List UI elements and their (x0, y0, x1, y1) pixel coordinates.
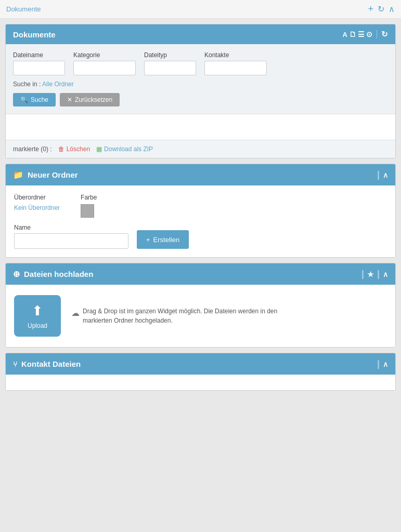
farbe-section: Farbe (81, 194, 97, 218)
header-separator: | (377, 169, 380, 180)
download-icon: ▦ (96, 145, 102, 153)
dateien-hochladen-widget: ⊕ Dateien hochladen | ★ | ∧ ⬆ Upload ☁ D… (5, 263, 396, 348)
top-bar-actions: + ↻ ∧ (368, 4, 395, 15)
ordner-top-row: Überordner Kein Überordner Farbe (14, 194, 387, 218)
file-icon[interactable]: 🗋 (349, 30, 356, 38)
name-input[interactable] (14, 233, 128, 249)
neuer-ordner-header-left: 📁 Neuer Ordner (13, 170, 78, 180)
kategorie-input[interactable] (73, 61, 136, 75)
dateityp-field: Dateityp (144, 51, 196, 75)
dateityp-label: Dateityp (144, 51, 196, 59)
name-row: Name + Erstellen (14, 224, 387, 249)
neuer-ordner-title: Neuer Ordner (28, 170, 78, 179)
form-fields-row: Dateiname Kategorie Dateityp Kontakte (13, 51, 388, 75)
upload-desc-text: Drag & Drop ist im ganzen Widget möglich… (83, 307, 290, 325)
clock-icon[interactable]: ⊙ (366, 30, 372, 38)
upload-button[interactable]: ⬆ Upload (14, 295, 61, 337)
kein-uberordner-link[interactable]: Kein Überordner (14, 204, 60, 211)
suche-in-row: Suche in : Alle Ordner (13, 81, 388, 88)
top-bar: Dokumente + ↻ ∧ (0, 0, 401, 19)
dateien-hochladen-header-left: ⊕ Dateien hochladen (13, 269, 93, 279)
name-label: Name (14, 224, 128, 231)
alle-ordner-link[interactable]: Alle Ordner (42, 81, 74, 88)
kontakt-dateien-header-right: | ∧ (377, 358, 388, 369)
list-icon[interactable]: ☰ (358, 30, 365, 38)
dokumente-widget: Dokumente A 🗋 ☰ ⊙ ↻ Dateiname Kategori (5, 24, 396, 158)
kontakte-field: Kontakte (204, 51, 267, 75)
neuer-ordner-header-right: | ∧ (377, 169, 388, 180)
search-icon: 🔍 (20, 96, 28, 103)
farbe-picker[interactable] (81, 204, 94, 218)
neuer-ordner-body: Überordner Kein Überordner Farbe Name + … (6, 185, 395, 257)
kategorie-label: Kategorie (73, 51, 136, 59)
refresh-widget-icon[interactable]: ↻ (381, 30, 388, 39)
markierte-bar: markierte (0) : 🗑 Löschen ▦ Download als… (6, 140, 395, 158)
refresh-icon[interactable]: ↻ (378, 4, 384, 14)
main-content: Dokumente A 🗋 ☰ ⊙ ↻ Dateiname Kategori (0, 19, 401, 396)
top-bar-title: Dokumente (6, 5, 41, 13)
header-separator-2: | (361, 269, 364, 280)
collapse-icon[interactable]: ∧ (389, 4, 395, 14)
kontakt-dateien-widget: ⑂ Kontakt Dateien | ∧ (5, 353, 396, 391)
search-btn-row: 🔍 Suche ✕ Zurücksetzen (13, 93, 388, 107)
add-icon[interactable]: + (368, 4, 373, 15)
dokumente-header-icons: A 🗋 ☰ ⊙ ↻ (343, 30, 388, 39)
star-icon[interactable]: ★ (367, 270, 374, 278)
uberordner-section: Überordner Kein Überordner (14, 194, 60, 211)
results-area (6, 114, 395, 140)
kontakt-dateien-body (6, 375, 395, 390)
kontakte-input[interactable] (204, 61, 267, 75)
erstellen-label: Erstellen (153, 236, 180, 244)
kontakte-label: Kontakte (204, 51, 267, 59)
neuer-ordner-header: 📁 Neuer Ordner | ∧ (6, 164, 395, 185)
dateityp-input[interactable] (144, 61, 196, 75)
uberordner-label: Überordner (14, 194, 60, 201)
upload-header-icon: ⊕ (13, 269, 20, 279)
dateien-hochladen-header: ⊕ Dateien hochladen | ★ | ∧ (6, 263, 395, 285)
upload-description: ☁ Drag & Drop ist im ganzen Widget mögli… (71, 307, 290, 325)
header-separator-3: | (377, 269, 380, 280)
dateien-hochladen-title: Dateien hochladen (24, 270, 93, 278)
cloud-icon: ☁ (71, 307, 80, 320)
collapse-ordner-icon[interactable]: ∧ (383, 171, 388, 179)
view-icons: A 🗋 ☰ ⊙ (343, 30, 377, 38)
markierte-label: markierte (0) : (13, 145, 52, 153)
collapse-kontakt-icon[interactable]: ∧ (383, 360, 388, 368)
search-button[interactable]: 🔍 Suche (13, 93, 56, 107)
upload-body: ⬆ Upload ☁ Drag & Drop ist im ganzen Wid… (6, 285, 395, 347)
dateien-hochladen-header-right: | ★ | ∧ (361, 269, 388, 280)
dokumente-search-form: Dateiname Kategorie Dateityp Kontakte Su… (6, 44, 395, 114)
reset-button[interactable]: ✕ Zurücksetzen (60, 93, 120, 107)
kontakt-dateien-title: Kontakt Dateien (21, 360, 81, 368)
times-icon: ✕ (67, 96, 72, 103)
kategorie-field: Kategorie (73, 51, 136, 75)
header-separator-4: | (377, 358, 380, 369)
plus-icon: + (146, 236, 150, 244)
folder-icon: 📁 (13, 170, 23, 180)
upload-arrow-icon: ⬆ (32, 303, 43, 319)
fork-icon: ⑂ (13, 360, 17, 368)
dokumente-header: Dokumente A 🗋 ☰ ⊙ ↻ (6, 24, 395, 44)
kontakt-dateien-header: ⑂ Kontakt Dateien | ∧ (6, 353, 395, 375)
dateiname-input[interactable] (13, 61, 65, 75)
trash-icon: 🗑 (58, 145, 64, 153)
dateiname-field: Dateiname (13, 51, 65, 75)
kontakt-dateien-header-left: ⑂ Kontakt Dateien (13, 360, 81, 368)
loeschen-link[interactable]: 🗑 Löschen (58, 145, 90, 153)
neuer-ordner-widget: 📁 Neuer Ordner | ∧ Überordner Kein Übero… (5, 164, 396, 258)
download-zip-link[interactable]: ▦ Download als ZIP (96, 145, 153, 153)
upload-label: Upload (28, 322, 47, 329)
suche-in-label: Suche in : (13, 81, 41, 88)
dokumente-title: Dokumente (13, 30, 56, 39)
erstellen-button[interactable]: + Erstellen (137, 230, 189, 249)
text-icon[interactable]: A (343, 31, 347, 38)
collapse-upload-icon[interactable]: ∧ (383, 270, 388, 278)
dateiname-label: Dateiname (13, 51, 65, 59)
name-field: Name (14, 224, 128, 249)
farbe-label: Farbe (81, 194, 97, 201)
